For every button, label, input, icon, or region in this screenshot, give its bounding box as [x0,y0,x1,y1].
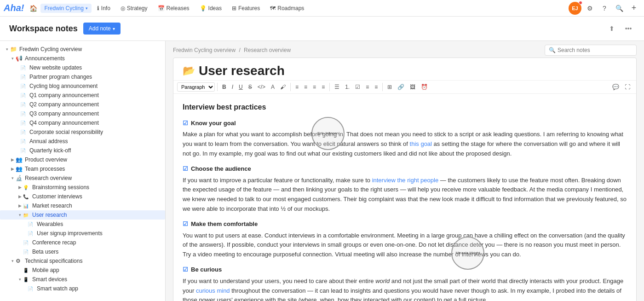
help-icon[interactable]: ? [598,2,611,15]
nav-strategy[interactable]: ◎ Strategy [116,3,152,13]
breadcrumb-link-2[interactable]: Research overview [244,47,291,53]
toolbar-sep3 [329,83,330,91]
sidebar-item-smartwatch[interactable]: 📄 Smart watch app [0,284,165,293]
sidebar-item-label: Beta users [32,249,58,255]
sidebar-item-q2[interactable]: 📄 Q2 company announcement [0,100,165,109]
sidebar-item-beta-users[interactable]: 📄 Beta users [0,247,165,256]
nav-ideas[interactable]: 💡 Ideas [195,3,226,13]
sidebar-item-q1[interactable]: 📄 Q1 company announcement [0,91,165,100]
folder-icon: 📁 [10,46,17,52]
font-color-button[interactable]: A [269,82,277,92]
nav-roadmaps[interactable]: 🗺 Roadmaps [265,3,309,13]
sidebar-item-user-research[interactable]: ▾ 📁 User research [0,210,165,220]
toggle-icon: ▶ [17,203,23,208]
sidebar-item-fredwin-overview[interactable]: ▾ 📁 Fredwin Cycling overview [0,45,165,54]
add-note-button[interactable]: Add note ▾ [83,23,121,35]
sidebar-item-mobile-app[interactable]: 📱 Mobile app [0,266,165,275]
home-btn[interactable]: 🏠 [27,2,40,15]
editor-content[interactable]: Interview best practices ☑ Know your goa… [173,94,636,301]
more-options-icon[interactable]: ••• [622,22,635,35]
indent-button[interactable]: ≡ [363,82,371,92]
nav-releases[interactable]: 📅 Releases [153,3,194,13]
comment-button[interactable]: 💬 [610,82,621,92]
align-right-button[interactable]: ≡ [310,82,318,92]
add-icon[interactable]: + [627,2,640,15]
file-icon: 📄 [20,102,28,107]
sidebar: ▾ 📁 Fredwin Cycling overview ▾ 📢 Announc… [0,41,166,301]
section-4-text: If you want to understand your users, yo… [183,277,627,301]
section-heading-label-2: Choose the audience [191,164,251,174]
ordered-list-button[interactable]: 1. [343,82,352,92]
bold-button[interactable]: B [220,82,229,92]
workspace-btn[interactable]: Fredwin Cycling ▾ [40,4,91,13]
top-bar: Fredwin Cycling overview / Research over… [166,41,644,58]
notification-badge [579,1,582,5]
page-header: Workspace notes Add note ▾ ⬆ ••• [0,17,644,41]
settings-icon[interactable]: ⚙ [583,2,596,15]
align-left-button[interactable]: ≡ [293,82,301,92]
outdent-button[interactable]: ≡ [372,82,380,92]
sidebar-item-label: Quarterly kick-off [29,147,71,154]
file-icon: 📄 [20,139,28,144]
breadcrumb-link-1[interactable]: Fredwin Cycling overview [173,47,236,53]
toolbar-sep [217,83,218,91]
workspace-label: Fredwin Cycling [44,5,83,12]
share-icon[interactable]: ⬆ [605,22,618,35]
image-button[interactable]: 🖼 [408,82,418,92]
sidebar-item-research-overview[interactable]: ▾ 🔬 Research overview [0,174,165,183]
curious-mind-link[interactable]: curious mind [196,287,230,294]
this-goal-link[interactable]: this goal [410,140,432,147]
bullet-list-button[interactable]: ☰ [332,82,342,92]
code-button[interactable]: </> [255,82,268,92]
sidebar-item-cycling-blog[interactable]: 📄 Cycling blog announcement [0,81,165,91]
sidebar-item-wearables[interactable]: 📄 Wearables [0,220,165,229]
table-button[interactable]: ⊞ [385,82,394,92]
sidebar-item-market-research[interactable]: ▶ 📊 Market research [0,201,165,210]
sidebar-item-customer-interviews[interactable]: ▶ 📞 Customer interviews [0,192,165,201]
sidebar-item-q4[interactable]: 📄 Q4 company announcement [0,118,165,127]
search-input[interactable] [558,47,632,53]
nav-releases-label: Releases [167,5,190,12]
section-heading-1: ☑ Know your goal [183,119,627,128]
link-button[interactable]: 🔗 [395,82,407,92]
sidebar-item-csr[interactable]: 📄 Corporate social responsibility [0,127,165,137]
highlight-button[interactable]: 🖌 [278,82,288,92]
nav-info[interactable]: ℹ Info [92,3,115,13]
checklist-button[interactable]: ☑ [353,82,362,92]
sidebar-item-product-overview[interactable]: ▶ 👥 Product overview [0,155,165,164]
strikethrough-button[interactable]: S [246,82,254,92]
sidebar-item-smart-devices[interactable]: ▾ 📱 Smart devices [0,275,165,284]
sidebar-item-brainstorming[interactable]: ▶ 💡 Brainstorming sessions [0,183,165,192]
sidebar-item-annual[interactable]: 📄 Annual address [0,137,165,146]
sidebar-item-announcements[interactable]: ▾ 📢 Announcements [0,54,165,63]
toolbar-sep4 [382,83,383,91]
emoji-button[interactable]: ⏰ [419,82,430,92]
sidebar-item-user-signup[interactable]: 📄 User signup improvements [0,229,165,238]
align-center-button[interactable]: ≡ [302,82,310,92]
underline-button[interactable]: U [236,82,245,92]
checkbox-icon-3: ☑ [183,220,188,229]
main-layout: ▾ 📁 Fredwin Cycling overview ▾ 📢 Announc… [0,41,644,301]
sidebar-item-q3[interactable]: 📄 Q3 company announcement [0,109,165,118]
file-icon: 📄 [28,222,35,227]
nav-features[interactable]: ⊞ Features [227,3,264,13]
paragraph-select[interactable]: Paragraph [177,82,215,92]
avatar[interactable]: EJ [569,2,581,15]
sidebar-item-team-processes[interactable]: ▶ 👥 Team processes [0,164,165,174]
toggle-icon: ▶ [9,157,16,162]
search-icon[interactable]: 🔍 [613,2,626,15]
sidebar-item-quarterly[interactable]: 📄 Quarterly kick-off [0,146,165,155]
sidebar-item-conference[interactable]: 📄 Conference recap [0,238,165,247]
italic-button[interactable]: I [230,82,236,92]
justify-button[interactable]: ≡ [319,82,327,92]
toggle-icon: ▾ [17,277,23,282]
sidebar-item-label: Market research [32,203,72,209]
toggle-icon: ▶ [17,185,23,190]
erik-johnson-avatar-overlay: Erik Johnson [311,117,345,150]
fullscreen-button[interactable]: ⛶ [622,82,632,92]
interview-link[interactable]: interview the right people [372,177,439,184]
sidebar-item-new-website[interactable]: 📄 New website updates [0,63,165,72]
sidebar-item-label: Corporate social responsibility [29,129,103,135]
sidebar-item-tech-specs[interactable]: ▾ ⚙ Technical specifications [0,256,165,266]
sidebar-item-partner[interactable]: 📄 Partner program changes [0,72,165,81]
